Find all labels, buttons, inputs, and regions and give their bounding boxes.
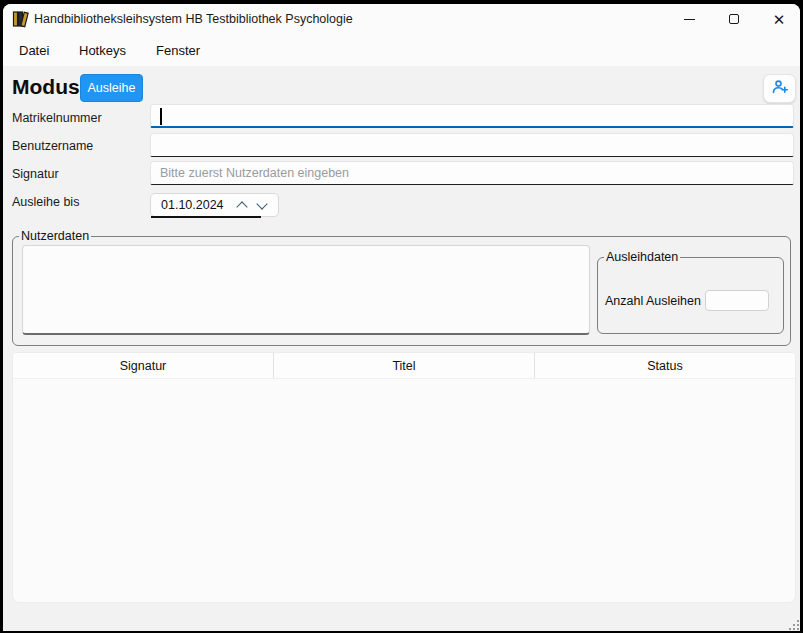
menu-item-hotkeys[interactable]: Hotkeys [75, 41, 130, 60]
matrikelnummer-input[interactable] [150, 104, 794, 128]
table-body-empty[interactable] [13, 379, 795, 603]
matrikelnummer-label: Matrikelnummer [12, 111, 102, 125]
ausleihe-bis-date-spinner[interactable]: 01.10.2024 [150, 193, 279, 217]
column-header-titel[interactable]: Titel [274, 353, 535, 378]
maximize-icon [729, 14, 739, 24]
close-button[interactable]: ✕ [759, 4, 799, 34]
maximize-button[interactable] [714, 4, 754, 34]
nutzerdaten-legend: Nutzerdaten [19, 229, 91, 243]
mode-ausleihe-button[interactable]: Ausleihe [80, 74, 143, 102]
column-header-status[interactable]: Status [535, 353, 795, 378]
mode-heading: Modus [12, 75, 80, 99]
benutzername-label: Benutzername [12, 139, 93, 153]
books-app-icon [12, 10, 30, 28]
spinner-underline [151, 216, 261, 218]
chevron-up-icon[interactable] [237, 201, 246, 210]
close-icon: ✕ [773, 12, 786, 27]
anzahl-ausleihen-input[interactable] [705, 290, 769, 311]
signatur-label: Signatur [12, 167, 59, 181]
screen: Handbibliotheksleihsystem HB Testbibliot… [0, 0, 803, 633]
titlebar[interactable]: Handbibliotheksleihsystem HB Testbibliot… [3, 4, 800, 34]
ausleihe-bis-label: Ausleihe bis [12, 195, 79, 209]
minimize-icon [684, 19, 695, 20]
menu-item-datei[interactable]: Datei [15, 41, 53, 60]
column-header-signatur[interactable]: Signatur [13, 353, 274, 378]
resize-grip[interactable] [786, 617, 799, 630]
minimize-button[interactable] [669, 4, 709, 34]
window-title: Handbibliotheksleihsystem HB Testbibliot… [34, 12, 353, 26]
signatur-input[interactable] [150, 161, 794, 185]
table-header-row: Signatur Titel Status [13, 353, 795, 379]
chevron-down-icon[interactable] [257, 201, 266, 210]
add-user-button[interactable] [763, 74, 796, 103]
nutzerdaten-textarea[interactable] [22, 245, 590, 335]
loans-table[interactable]: Signatur Titel Status [12, 352, 796, 603]
menu-item-fenster[interactable]: Fenster [152, 41, 204, 60]
person-add-icon [771, 79, 789, 99]
benutzername-input[interactable] [150, 133, 794, 157]
app-window: Handbibliotheksleihsystem HB Testbibliot… [3, 4, 800, 631]
menubar: Datei Hotkeys Fenster [3, 34, 800, 66]
ausleihdaten-legend: Ausleihdaten [604, 250, 680, 264]
text-caret [160, 108, 162, 125]
date-value[interactable]: 01.10.2024 [151, 198, 237, 212]
anzahl-ausleihen-label: Anzahl Ausleihen [605, 294, 701, 308]
